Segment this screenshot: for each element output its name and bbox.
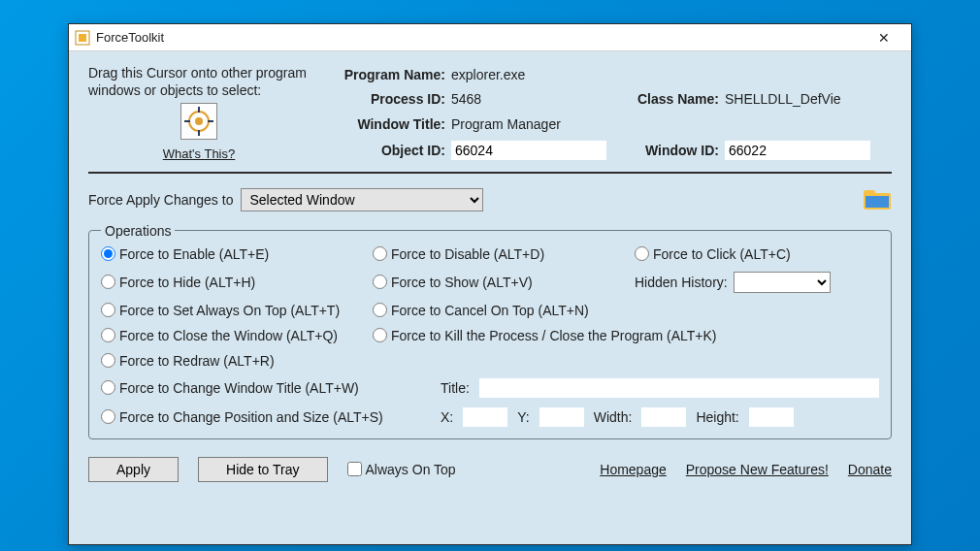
op-kill-process[interactable]: Force to Kill the Process / Close the Pr… bbox=[373, 328, 879, 343]
width-label: Width: bbox=[594, 409, 633, 425]
explorer-folder-icon bbox=[863, 187, 892, 213]
op-close-window-radio[interactable] bbox=[101, 328, 115, 342]
apply-to-label: Force Apply Changes to bbox=[88, 192, 233, 208]
op-change-title-radio[interactable] bbox=[101, 380, 115, 395]
whats-this-link[interactable]: What's This? bbox=[88, 146, 310, 162]
divider bbox=[88, 172, 892, 174]
op-cancel-top[interactable]: Force to Cancel On Top (ALT+N) bbox=[373, 303, 879, 318]
donate-link[interactable]: Donate bbox=[848, 462, 892, 477]
op-redraw[interactable]: Force to Redraw (ALT+R) bbox=[101, 353, 879, 369]
hide-to-tray-button[interactable]: Hide to Tray bbox=[198, 457, 327, 482]
desktop-background: ForceToolkit ✕ Drag this Cursor onto oth… bbox=[0, 0, 980, 551]
op-enable[interactable]: Force to Enable (ALT+E) bbox=[101, 246, 373, 262]
op-enable-radio[interactable] bbox=[101, 246, 115, 261]
op-change-position[interactable]: Force to Change Position and Size (ALT+S… bbox=[101, 409, 431, 425]
drag-target-icon[interactable] bbox=[180, 103, 217, 140]
title-input[interactable] bbox=[479, 378, 879, 398]
hidden-history-select[interactable] bbox=[734, 272, 831, 293]
op-cancel-top-radio[interactable] bbox=[373, 303, 387, 317]
op-disable-radio[interactable] bbox=[373, 246, 387, 261]
window-id-input[interactable] bbox=[725, 141, 870, 160]
close-button[interactable]: ✕ bbox=[863, 26, 905, 49]
apply-button[interactable]: Apply bbox=[88, 457, 179, 482]
drag-instruction-text: Drag this Cursor onto other program wind… bbox=[88, 65, 310, 99]
x-input[interactable] bbox=[463, 407, 507, 427]
op-hide[interactable]: Force to Hide (ALT+H) bbox=[101, 275, 373, 290]
svg-point-3 bbox=[195, 117, 203, 125]
op-change-position-radio[interactable] bbox=[101, 409, 115, 424]
object-id-input[interactable] bbox=[451, 141, 606, 160]
title-field-label: Title: bbox=[441, 380, 470, 396]
object-id-label: Object ID: bbox=[319, 143, 445, 158]
op-set-top-radio[interactable] bbox=[101, 303, 115, 317]
op-set-top[interactable]: Force to Set Always On Top (ALT+T) bbox=[101, 303, 373, 318]
height-label: Height: bbox=[696, 409, 738, 425]
operations-group: Operations Force to Enable (ALT+E) Force… bbox=[88, 223, 892, 439]
x-label: X: bbox=[441, 409, 453, 425]
operations-legend: Operations bbox=[101, 223, 175, 239]
op-change-title[interactable]: Force to Change Window Title (ALT+W) bbox=[101, 380, 431, 396]
apply-to-select[interactable]: Selected Window bbox=[241, 188, 483, 211]
op-close-window[interactable]: Force to Close the Window (ALT+Q) bbox=[101, 328, 373, 343]
target-info-grid: Program Name: explorer.exe Process ID: 5… bbox=[319, 65, 892, 162]
process-id-value: 5468 bbox=[451, 91, 606, 107]
always-on-top-checkbox[interactable] bbox=[347, 462, 362, 476]
y-input[interactable] bbox=[539, 407, 584, 427]
window-title-value: Program Manager bbox=[451, 116, 606, 132]
drag-instruction-panel: Drag this Cursor onto other program wind… bbox=[88, 65, 310, 162]
always-on-top-checkbox-wrap[interactable]: Always On Top bbox=[347, 462, 456, 477]
svg-rect-1 bbox=[79, 34, 86, 42]
op-kill-process-radio[interactable] bbox=[373, 328, 387, 342]
process-id-label: Process ID: bbox=[319, 91, 445, 107]
app-window: ForceToolkit ✕ Drag this Cursor onto oth… bbox=[68, 23, 912, 545]
op-show[interactable]: Force to Show (ALT+V) bbox=[373, 275, 635, 290]
y-label: Y: bbox=[517, 409, 529, 425]
height-input[interactable] bbox=[749, 407, 794, 427]
window-id-label: Window ID: bbox=[612, 143, 719, 158]
hidden-history-label: Hidden History: bbox=[635, 275, 728, 290]
width-input[interactable] bbox=[641, 407, 686, 427]
svg-rect-10 bbox=[866, 196, 889, 208]
titlebar: ForceToolkit ✕ bbox=[69, 24, 911, 51]
op-click[interactable]: Force to Click (ALT+C) bbox=[635, 246, 879, 262]
program-name-label: Program Name: bbox=[319, 67, 445, 82]
op-redraw-radio[interactable] bbox=[101, 353, 115, 368]
op-click-radio[interactable] bbox=[635, 246, 649, 261]
homepage-link[interactable]: Homepage bbox=[600, 462, 667, 477]
client-area: Drag this Cursor onto other program wind… bbox=[69, 51, 911, 492]
program-name-value: explorer.exe bbox=[451, 67, 606, 82]
class-name-value: SHELLDLL_DefVie bbox=[725, 91, 870, 107]
op-disable[interactable]: Force to Disable (ALT+D) bbox=[373, 246, 635, 262]
app-icon bbox=[75, 30, 90, 46]
window-title-label: Window Title: bbox=[319, 116, 445, 132]
op-hide-radio[interactable] bbox=[101, 275, 115, 289]
window-title: ForceToolkit bbox=[96, 30, 164, 45]
svg-rect-9 bbox=[864, 190, 875, 196]
propose-features-link[interactable]: Propose New Features! bbox=[686, 462, 829, 477]
class-name-label: Class Name: bbox=[612, 91, 719, 107]
op-show-radio[interactable] bbox=[373, 275, 387, 289]
